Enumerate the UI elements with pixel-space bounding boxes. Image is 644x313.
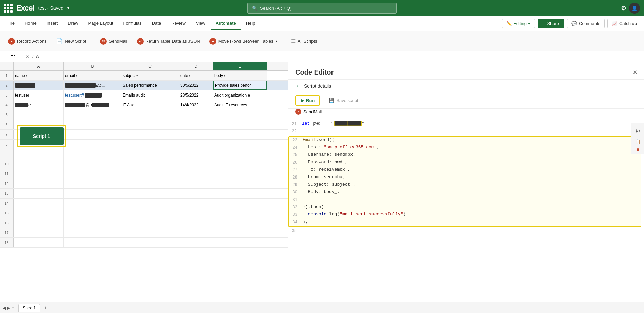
cell-a14[interactable] — [14, 199, 64, 208]
cell-e5[interactable] — [213, 110, 267, 120]
tab-formulas[interactable]: Formulas — [119, 17, 146, 30]
cell-b4[interactable]: @b — [64, 100, 121, 110]
cell-d12[interactable] — [179, 179, 213, 188]
confirm-icon[interactable]: ✓ — [31, 54, 35, 59]
tab-review[interactable]: Review — [166, 17, 190, 30]
cell-a5[interactable] — [14, 110, 64, 120]
cell-b1[interactable]: email ▾ — [64, 71, 121, 80]
cell-e7[interactable] — [213, 130, 267, 139]
cell-e9[interactable] — [213, 149, 267, 159]
tab-help[interactable]: Help — [241, 17, 260, 30]
cell-c16[interactable] — [121, 218, 179, 228]
tab-view[interactable]: View — [191, 17, 210, 30]
cell-reference-input[interactable] — [3, 54, 23, 60]
cell-a17[interactable] — [14, 228, 64, 237]
cell-e17[interactable] — [213, 228, 267, 237]
cell-d17[interactable] — [179, 228, 213, 237]
cell-e4[interactable]: Audit IT resources — [213, 100, 267, 110]
cell-c17[interactable] — [121, 228, 179, 237]
close-editor-button[interactable]: ✕ — [633, 69, 637, 76]
cell-c7[interactable] — [121, 130, 179, 139]
cell-a11[interactable] — [14, 169, 64, 179]
cell-c8[interactable] — [121, 140, 179, 149]
cell-e3[interactable]: Audit organization e — [213, 90, 267, 100]
cell-c9[interactable] — [121, 149, 179, 159]
col-header-d[interactable]: D — [179, 62, 213, 70]
col-header-b[interactable]: B — [64, 62, 121, 70]
cell-b14[interactable] — [64, 199, 121, 208]
cell-d7[interactable] — [179, 130, 213, 139]
cell-e14[interactable] — [213, 199, 267, 208]
waffle-icon[interactable] — [4, 4, 12, 12]
cell-b8[interactable] — [64, 140, 121, 149]
cell-c5[interactable] — [121, 110, 179, 120]
cell-c13[interactable] — [121, 189, 179, 198]
profile-icon[interactable]: 👤 — [629, 3, 640, 14]
cell-b16[interactable] — [64, 218, 121, 228]
sheet-tab-sheet1[interactable]: Sheet1 — [18, 304, 40, 312]
cell-b9[interactable] — [64, 149, 121, 159]
cell-a1[interactable]: name ▾ — [14, 71, 64, 80]
return-table-button[interactable]: ↩ Return Table Data as JSON — [133, 35, 204, 47]
cell-b15[interactable] — [64, 208, 121, 218]
cell-c14[interactable] — [121, 199, 179, 208]
cell-c11[interactable] — [121, 169, 179, 179]
cell-b7[interactable] — [64, 130, 121, 139]
formula-input[interactable] — [42, 54, 641, 60]
cell-e15[interactable] — [213, 208, 267, 218]
settings-icon[interactable]: ⚙ — [621, 4, 626, 12]
cell-c10[interactable] — [121, 159, 179, 169]
save-script-button[interactable]: 💾 Save script — [324, 96, 363, 105]
code-area[interactable]: 21 let pwd_ = "██████████" 22 23 Email.s… — [288, 118, 644, 302]
cell-b12[interactable] — [64, 179, 121, 188]
cell-a12[interactable] — [14, 179, 64, 188]
cell-b18[interactable] — [64, 238, 121, 247]
email-link[interactable]: test.user@ — [65, 93, 85, 98]
cell-b6[interactable] — [64, 120, 121, 129]
cell-c4[interactable]: IT Audit — [121, 100, 179, 110]
cell-e2[interactable]: Provide sales perfor — [213, 81, 267, 90]
cell-d2[interactable]: 30/5/2022 — [179, 81, 213, 90]
cell-e12[interactable] — [213, 179, 267, 188]
cell-d10[interactable] — [179, 159, 213, 169]
share-button[interactable]: ↑ Share — [538, 19, 564, 28]
cell-d16[interactable] — [179, 218, 213, 228]
cell-e16[interactable] — [213, 218, 267, 228]
new-script-button[interactable]: 📄 New Script — [52, 35, 90, 47]
cell-c1[interactable]: subject ▾ — [121, 71, 179, 80]
cell-a9[interactable] — [14, 149, 64, 159]
cell-b5[interactable] — [64, 110, 121, 120]
tab-page-layout[interactable]: Page Layout — [84, 17, 118, 30]
cell-c3[interactable]: Emails audit — [121, 90, 179, 100]
cancel-icon[interactable]: ✕ — [26, 54, 29, 59]
cell-d14[interactable] — [179, 199, 213, 208]
move-rows-button[interactable]: ⇄ Move Rows Between Tables ▾ — [205, 35, 281, 47]
cell-c6[interactable] — [121, 120, 179, 129]
tab-file[interactable]: File — [3, 17, 19, 30]
cell-d11[interactable] — [179, 169, 213, 179]
cell-d6[interactable] — [179, 120, 213, 129]
sheet-menu-button[interactable]: ≡ — [12, 305, 14, 311]
cell-b17[interactable] — [64, 228, 121, 237]
panel-icon-2[interactable]: 📋 — [633, 137, 643, 146]
cell-a18[interactable] — [14, 238, 64, 247]
cell-e8[interactable] — [213, 140, 267, 149]
cell-a10[interactable] — [14, 159, 64, 169]
cell-e6[interactable] — [213, 120, 267, 129]
cell-b2[interactable]: a@l ... — [64, 81, 121, 90]
cell-c2[interactable]: Sales performance — [121, 81, 179, 90]
cell-d18[interactable] — [179, 238, 213, 247]
run-button[interactable]: ▶ Run — [295, 95, 320, 106]
cell-d9[interactable] — [179, 149, 213, 159]
tab-automate[interactable]: Automate — [211, 17, 241, 30]
cell-d3[interactable]: 28/5/2022 — [179, 90, 213, 100]
cell-d15[interactable] — [179, 208, 213, 218]
panel-icon-1[interactable]: ⟨/⟩ — [633, 126, 643, 135]
back-button[interactable]: ← — [295, 82, 301, 89]
cell-e18[interactable] — [213, 238, 267, 247]
filename-chevron[interactable]: ▾ — [67, 6, 69, 11]
cell-c12[interactable] — [121, 179, 179, 188]
cell-d4[interactable]: 14/4/2022 — [179, 100, 213, 110]
cell-e1[interactable]: body ▾ — [213, 71, 267, 80]
next-sheet-button[interactable]: ▶ — [7, 306, 10, 310]
